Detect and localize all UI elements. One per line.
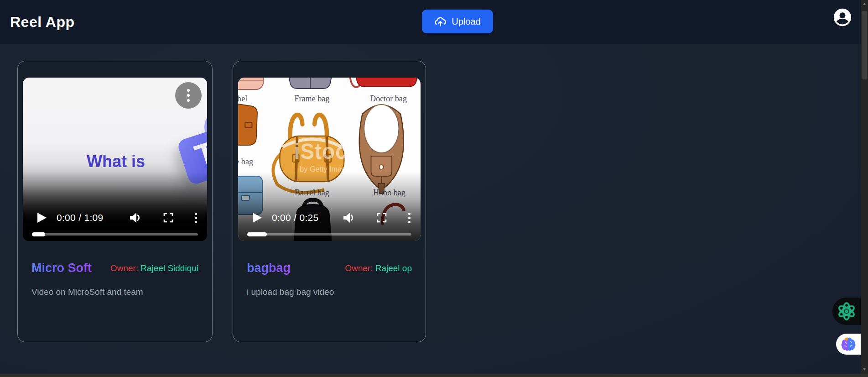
video-controls-gradient — [23, 172, 207, 241]
vertical-scrollbar[interactable]: ▲ ▼ — [861, 0, 868, 377]
progress-bar[interactable] — [247, 233, 411, 236]
time-display: 0:00 / 1:09 — [57, 212, 104, 223]
avatar-button[interactable] — [832, 7, 853, 28]
app-title: Reel App — [10, 0, 75, 44]
video-title: Micro Soft — [31, 261, 92, 275]
scroll-up-arrow[interactable]: ▲ — [861, 1, 868, 6]
video-controls: 0:00 / 0:25 — [252, 210, 411, 225]
progress-fill — [247, 232, 267, 236]
atom-assistant-button[interactable] — [832, 298, 861, 325]
owner-label: Owner: — [110, 263, 138, 273]
upload-label: Upload — [452, 16, 480, 27]
card-body: bagbag Owner: Rajeel op i upload bag bag… — [233, 241, 426, 297]
owner-line: Owner: Rajeel op — [345, 263, 412, 273]
video-title: bagbag — [247, 261, 291, 275]
brain-assistant-button[interactable] — [836, 334, 861, 355]
time-display: 0:00 / 0:25 — [272, 212, 319, 223]
user-circle-icon — [832, 7, 853, 28]
svg-text:hel: hel — [238, 94, 247, 104]
header: Reel App Upload — [0, 0, 868, 44]
watermark-text: iStock — [294, 139, 359, 163]
overflow-menu-button[interactable] — [408, 213, 411, 223]
atom-icon — [836, 301, 857, 322]
vertical-scrollbar-thumb[interactable] — [862, 11, 867, 79]
side-bag-partial — [238, 104, 257, 145]
video-card-bagbag: hel Frame bag Doctor bag — [233, 61, 426, 342]
fullscreen-button[interactable] — [376, 212, 387, 223]
svg-text:Doctor bag: Doctor bag — [370, 94, 407, 104]
progress-bar[interactable] — [32, 233, 198, 236]
video-description: i upload bag bag video — [247, 287, 412, 297]
play-button[interactable] — [252, 212, 262, 223]
video-card-list: What is T 0:00 / 1:09 — [17, 61, 426, 342]
video-description: Video on MicroSoft and team — [31, 287, 198, 297]
play-button[interactable] — [36, 212, 47, 223]
volume-button[interactable] — [129, 212, 142, 223]
overflow-menu-button[interactable] — [195, 213, 197, 223]
volume-button[interactable] — [343, 212, 355, 223]
progress-fill — [32, 232, 45, 236]
fullscreen-button[interactable] — [163, 212, 174, 223]
svg-text:e bag: e bag — [238, 157, 253, 167]
owner-line: Owner: Rajeel Siddiqui — [110, 263, 198, 273]
video-controls: 0:00 / 1:09 — [36, 210, 197, 225]
svg-text:Frame bag: Frame bag — [294, 94, 329, 104]
cloud-upload-icon — [434, 16, 447, 28]
video-player-bagbag[interactable]: hel Frame bag Doctor bag — [238, 78, 421, 241]
brain-icon — [841, 337, 856, 351]
video-card-microsoft: What is T 0:00 / 1:09 — [17, 61, 213, 342]
owner-label: Owner: — [345, 263, 373, 273]
horizontal-scrollbar[interactable] — [0, 374, 868, 377]
scroll-down-arrow[interactable]: ▼ — [861, 367, 868, 372]
frame-bag — [287, 78, 334, 89]
doctor-bag — [350, 78, 420, 87]
owner-name: Rajeel op — [375, 263, 412, 273]
upload-button[interactable]: Upload — [422, 10, 493, 33]
video-options-button[interactable] — [175, 82, 202, 109]
video-slide-text: What is — [50, 152, 182, 171]
video-player-microsoft[interactable]: What is T 0:00 / 1:09 — [23, 78, 207, 241]
teams-logo-letter: T — [190, 133, 207, 176]
video-controls-gradient — [238, 172, 421, 241]
satchel-bag-partial — [238, 78, 263, 89]
owner-name: Rajeel Siddiqui — [140, 263, 198, 273]
card-body: Micro Soft Owner: Rajeel Siddiqui Video … — [18, 241, 212, 297]
